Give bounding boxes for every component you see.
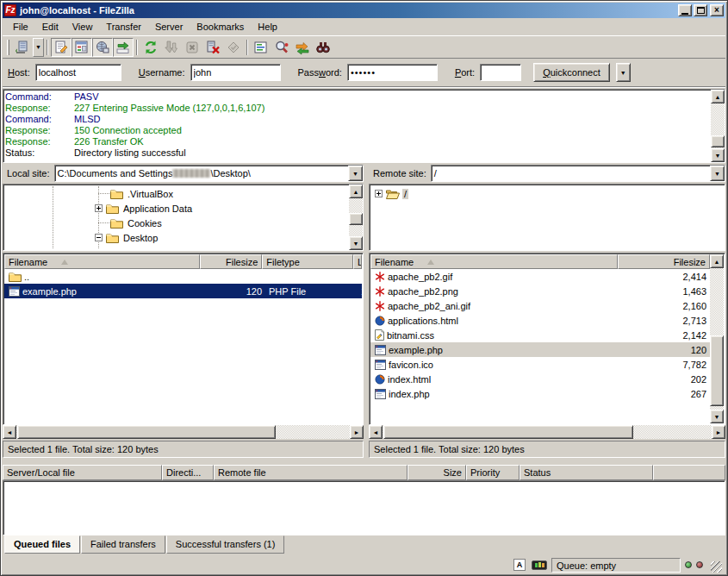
host-input[interactable]	[35, 64, 121, 81]
column-header-status[interactable]: Status	[520, 465, 653, 480]
quickconnect-dropdown[interactable]: ▼	[616, 63, 631, 82]
tab-successful-transfers[interactable]: Successful transfers (1)	[166, 535, 285, 554]
log-line: Response:227 Entering Passive Mode (127,…	[5, 103, 709, 114]
scroll-thumb[interactable]	[710, 335, 724, 406]
scroll-up-button[interactable]: ▲	[711, 90, 725, 103]
column-header-filesize[interactable]: Filesize	[200, 254, 262, 269]
disconnect-button[interactable]	[202, 38, 223, 57]
remote-site-combobox[interactable]: / ▼	[431, 165, 725, 182]
column-header-server-local-file[interactable]: Server/Local file	[3, 465, 162, 480]
process-queue-button[interactable]	[161, 38, 182, 57]
resize-grip[interactable]	[711, 561, 722, 573]
remote-list-scrollbar[interactable]: ▲ ▼	[710, 254, 724, 423]
column-header-filesize[interactable]: Filesize	[618, 254, 710, 269]
refresh-button[interactable]	[140, 38, 161, 57]
scroll-thumb[interactable]	[349, 213, 363, 225]
scroll-down-button[interactable]: ▼	[349, 236, 363, 250]
scroll-thumb[interactable]	[711, 135, 725, 147]
site-manager-button[interactable]	[12, 38, 33, 57]
scroll-left-button[interactable]: ◄	[369, 425, 383, 439]
file-row[interactable]: favicon.ico 7,782	[370, 357, 710, 372]
log-scrollbar[interactable]: ▲ ▼	[711, 90, 725, 162]
menu-view[interactable]: View	[65, 20, 100, 34]
column-header-filetype[interactable]: Filetype	[262, 254, 353, 269]
host-label: Host:	[8, 67, 30, 78]
filter-button[interactable]	[251, 38, 271, 57]
toggle-remote-tree-button[interactable]	[92, 38, 113, 57]
username-input[interactable]	[190, 64, 281, 81]
file-row-example-php[interactable]: example.php 120 PHP File 1	[4, 284, 362, 298]
file-row[interactable]: apache_pb2_ani.gif 2,160	[370, 298, 710, 313]
scroll-thumb[interactable]	[383, 425, 633, 439]
comparison-button[interactable]	[271, 38, 292, 57]
menu-bookmarks[interactable]: Bookmarks	[190, 20, 251, 34]
local-file-list: Filename Filesize Filetype L .. example.…	[3, 253, 364, 425]
toggle-message-log-button[interactable]	[51, 38, 72, 57]
expand-icon[interactable]	[375, 190, 383, 197]
file-row[interactable]: index.html 202	[370, 372, 710, 386]
tree-item-virtualbox[interactable]: .VirtualBox	[5, 186, 361, 201]
synchronized-browsing-button[interactable]	[292, 38, 313, 57]
tab-queued-files[interactable]: Queued files	[4, 535, 80, 554]
scroll-down-button[interactable]: ▼	[710, 410, 724, 423]
menu-server[interactable]: Server	[148, 20, 190, 34]
scroll-down-button[interactable]: ▼	[711, 148, 725, 162]
find-files-button[interactable]	[313, 38, 333, 57]
scroll-left-button[interactable]: ◄	[3, 425, 16, 439]
local-list-hscrollbar[interactable]: ◄ ►	[3, 425, 364, 439]
scroll-right-button[interactable]: ►	[712, 425, 725, 439]
scroll-right-button[interactable]: ►	[350, 425, 364, 439]
speed-limit-icon[interactable]	[532, 558, 547, 572]
collapse-icon[interactable]	[95, 234, 103, 241]
local-tree-scrollbar[interactable]: ▲ ▼	[349, 185, 363, 250]
remote-site-path: /	[432, 166, 710, 181]
file-row[interactable]: bitnami.css 2,142	[370, 328, 710, 342]
cancel-operation-button[interactable]	[182, 38, 202, 57]
toggle-queue-button[interactable]	[113, 38, 134, 57]
combo-dropdown-button[interactable]: ▼	[710, 166, 725, 181]
tab-failed-transfers[interactable]: Failed transfers	[81, 535, 165, 554]
scroll-up-button[interactable]: ▲	[710, 254, 724, 268]
queue-list[interactable]	[3, 480, 725, 535]
column-header-filename[interactable]: Filename	[4, 254, 200, 269]
column-header-priority[interactable]: Priority	[466, 465, 520, 480]
local-site-combobox[interactable]: C:\Documents and Settings\Desktop\ ▼	[54, 165, 364, 182]
apache-image-icon	[375, 301, 385, 311]
reconnect-button[interactable]	[223, 38, 244, 57]
expand-icon[interactable]	[95, 204, 103, 212]
local-pane: Local site: C:\Documents and Settings\De…	[3, 165, 364, 458]
scroll-up-button[interactable]: ▲	[349, 185, 363, 198]
column-header-remote-file[interactable]: Remote file	[214, 465, 408, 480]
maximize-button[interactable]	[694, 4, 707, 16]
column-header-direction[interactable]: Directi...	[162, 465, 214, 480]
password-input[interactable]	[347, 64, 438, 81]
scroll-thumb[interactable]	[17, 425, 276, 439]
file-row[interactable]: apache_pb2.png 1,463	[370, 284, 710, 298]
menu-help[interactable]: Help	[251, 20, 284, 34]
toggle-local-tree-button[interactable]	[72, 38, 92, 57]
column-header-lastmodified[interactable]: L	[353, 254, 362, 269]
port-input[interactable]	[480, 64, 521, 81]
menu-file[interactable]: File	[6, 20, 35, 34]
tree-item-application-data[interactable]: Application Data	[5, 201, 361, 216]
minimize-button[interactable]	[678, 4, 692, 16]
file-row[interactable]: applications.html 2,713	[370, 313, 710, 328]
site-manager-dropdown[interactable]: ▼	[33, 38, 44, 57]
column-header-size[interactable]: Size	[408, 465, 466, 480]
tree-item-cookies[interactable]: Cookies	[5, 216, 361, 230]
queue-splitter[interactable]	[3, 458, 725, 465]
tree-item-root[interactable]: /	[371, 186, 723, 201]
menu-transfer[interactable]: Transfer	[99, 20, 148, 34]
file-row[interactable]: index.php 267	[370, 386, 710, 401]
remote-list-hscrollbar[interactable]: ◄ ►	[369, 425, 725, 439]
close-button[interactable]: ×	[710, 4, 724, 16]
file-row-example-php[interactable]: example.php 120	[370, 342, 710, 357]
file-row[interactable]: apache_pb2.gif 2,414	[370, 269, 710, 284]
menu-edit[interactable]: Edit	[35, 20, 65, 34]
file-row-parent-dir[interactable]: ..	[4, 269, 362, 284]
tree-item-desktop[interactable]: Desktop	[5, 230, 361, 245]
data-type-indicator-icon[interactable]: A	[512, 558, 527, 572]
column-header-filename[interactable]: Filename	[370, 254, 618, 269]
quickconnect-button[interactable]: Quickconnect	[533, 63, 610, 82]
combo-dropdown-button[interactable]: ▼	[348, 166, 363, 181]
